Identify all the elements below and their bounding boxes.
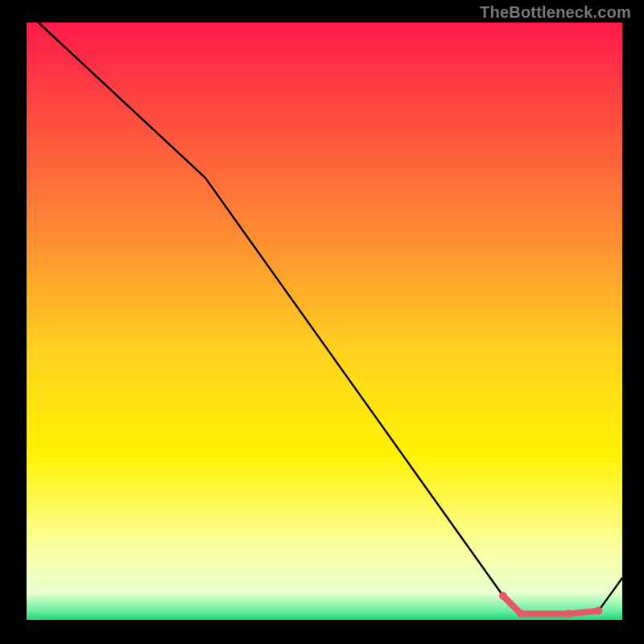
bottleneck-chart — [0, 0, 644, 644]
highlight-point — [564, 610, 572, 618]
highlight-point — [499, 592, 507, 600]
watermark-text: TheBottleneck.com — [480, 3, 631, 22]
root: TheBottleneck.com — [0, 0, 644, 644]
highlight-point — [517, 610, 525, 618]
highlight-point — [594, 607, 602, 615]
plot-area — [27, 23, 622, 620]
